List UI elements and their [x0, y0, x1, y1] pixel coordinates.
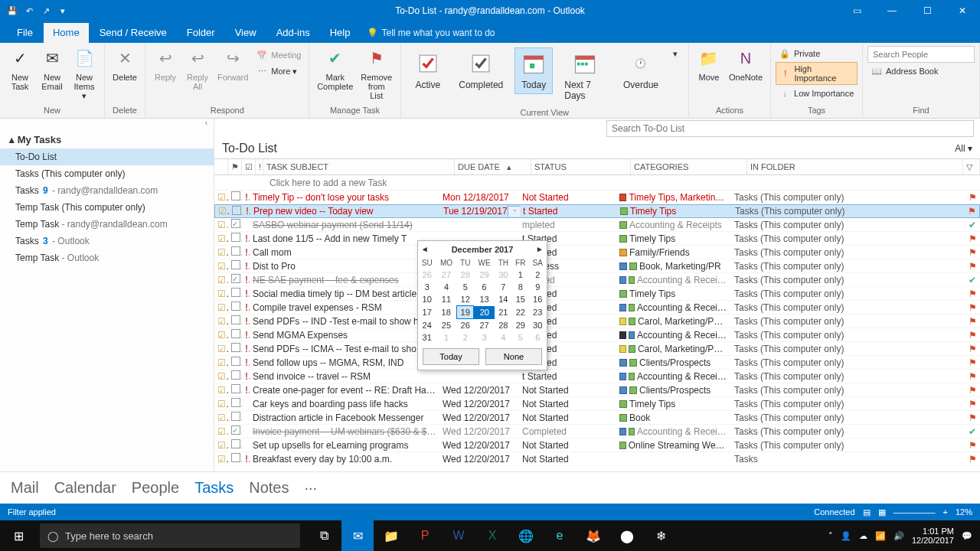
calendar-day[interactable]: 5: [457, 281, 474, 293]
qat-save-icon[interactable]: 💾: [6, 5, 18, 17]
nav-notes[interactable]: Notes: [249, 479, 289, 497]
qat-more-icon[interactable]: ▾: [57, 5, 69, 17]
ribbon-options-icon[interactable]: ▭: [839, 0, 874, 21]
calendar-day[interactable]: 15: [512, 293, 529, 306]
prev-month-icon[interactable]: ◂: [423, 244, 427, 254]
nav-calendar[interactable]: Calendar: [54, 479, 116, 497]
task-row[interactable]: ☑!NE SAE payment -- fee & expensesmplete…: [214, 273, 980, 287]
task-row[interactable]: ☑!Send invoice -- travel -- RSMt Started…: [214, 370, 980, 383]
tab-file[interactable]: File: [8, 23, 42, 43]
calendar-day[interactable]: 30: [495, 269, 511, 281]
task-row[interactable]: ☑!Breakfast every day by 10:00 a.m.Wed 1…: [214, 452, 980, 466]
tray-wifi-icon[interactable]: 📶: [875, 531, 886, 541]
delete-button[interactable]: ✕Delete: [109, 44, 140, 83]
calendar-day[interactable]: 31: [418, 331, 436, 344]
app-explorer-icon[interactable]: 📁: [375, 520, 407, 551]
calendar-day[interactable]: 22: [512, 306, 529, 319]
tray-cloud-icon[interactable]: ☁: [859, 531, 867, 541]
tab-view[interactable]: View: [226, 23, 266, 43]
nav-item[interactable]: Temp Task - Outlook: [0, 249, 214, 266]
calendar-day[interactable]: 30: [529, 319, 547, 332]
task-row[interactable]: ☑!Send follow ups -- MGMA, RSM, INDt Sta…: [214, 356, 980, 370]
column-headers[interactable]: ⚑☑! TASK SUBJECT DUE DATE ▴ STATUS CATEG…: [214, 158, 980, 175]
tell-me-search[interactable]: 💡 Tell me what you want to do: [367, 28, 495, 43]
app-misc1-icon[interactable]: ⬤: [611, 520, 643, 551]
task-row[interactable]: ☑!Send PDFs -- IND -Test e-mail to show …: [214, 315, 980, 328]
task-row[interactable]: ☑!Send PDFs -- ICMA -- Test e-mail to sh…: [214, 342, 980, 356]
remove-list-button[interactable]: ⚑Remove from List: [358, 44, 396, 102]
view-today[interactable]: Today: [514, 47, 553, 94]
task-row[interactable]: ☑Invoice payment -- UM webinars ($630 & …: [214, 425, 980, 439]
calendar-day[interactable]: 26: [457, 319, 474, 332]
dp-today-button[interactable]: Today: [423, 348, 479, 365]
calendar-day[interactable]: 6: [529, 331, 547, 344]
calendar-day[interactable]: 14: [495, 293, 511, 306]
taskbar-search[interactable]: ◯ Type here to search: [40, 523, 300, 548]
task-row[interactable]: ☑Distraction article in Facebook Messeng…: [214, 411, 980, 425]
calendar-day[interactable]: 2: [529, 269, 547, 281]
reply-button[interactable]: ↩Reply: [150, 44, 181, 83]
app-firefox-icon[interactable]: 🦊: [577, 520, 609, 551]
nav-item[interactable]: To-Do List: [0, 148, 214, 165]
address-book-button[interactable]: 📖Address Book: [867, 64, 975, 79]
search-people-input[interactable]: Search People: [867, 46, 975, 63]
new-task-button[interactable]: ✓New Task: [5, 44, 35, 93]
calendar-day[interactable]: 10: [418, 293, 436, 306]
calendar-day[interactable]: 8: [512, 281, 529, 293]
qat-undo-icon[interactable]: ↶: [23, 5, 35, 17]
tray-date[interactable]: 12/20/2017: [912, 536, 954, 545]
calendar-day[interactable]: 5: [512, 331, 529, 344]
high-importance-button[interactable]: !High Importance: [776, 62, 858, 85]
app-edge-icon[interactable]: e: [544, 520, 576, 551]
view-next7[interactable]: Next 7 Days: [557, 47, 612, 105]
calendar-day[interactable]: 12: [457, 293, 474, 306]
calendar-day[interactable]: 26: [418, 269, 436, 281]
task-row[interactable]: ☑!Timely Tip -- don't lose your tasksMon…: [214, 191, 980, 204]
task-row[interactable]: ☑!Create one-pager for event -- RE: Draf…: [214, 383, 980, 397]
low-importance-button[interactable]: ↓Low Importance: [776, 86, 858, 101]
add-task-row[interactable]: Click here to add a new Task: [214, 175, 980, 191]
reply-all-button[interactable]: ↩Reply All: [182, 44, 213, 93]
calendar-day[interactable]: 11: [436, 293, 456, 306]
collapse-nav-icon[interactable]: ‹: [0, 119, 214, 131]
calendar-day[interactable]: 27: [474, 319, 495, 332]
more-respond-button[interactable]: ⋯More ▾: [253, 64, 304, 79]
qat-send-icon[interactable]: ↗: [40, 5, 52, 17]
maximize-button[interactable]: ☐: [910, 0, 945, 21]
minimize-button[interactable]: —: [874, 0, 910, 21]
calendar-day[interactable]: 16: [529, 293, 547, 306]
calendar-day[interactable]: 27: [436, 269, 456, 281]
tab-home[interactable]: Home: [44, 23, 89, 43]
nav-item[interactable]: Tasks (This computer only): [0, 165, 214, 182]
task-row[interactable]: ☑!Call momt StartedFamily/FriendsTasks (…: [214, 246, 980, 259]
nav-tasks[interactable]: Tasks: [194, 479, 234, 497]
new-items-button[interactable]: 📄New Items ▾: [69, 44, 100, 102]
calendar-day[interactable]: 3: [474, 331, 495, 344]
calendar-day[interactable]: 17: [418, 306, 436, 319]
nav-header[interactable]: ▴ My Tasks: [0, 131, 214, 148]
filter-all-dropdown[interactable]: All ▾: [955, 143, 972, 154]
calendar-day[interactable]: 19: [457, 306, 474, 319]
calendar-day[interactable]: 9: [529, 281, 547, 293]
mark-complete-button[interactable]: ✔Mark Complete: [314, 44, 355, 93]
move-button[interactable]: 📁Move: [694, 44, 724, 83]
app-word-icon[interactable]: W: [443, 520, 475, 551]
view-overdue[interactable]: 🕐Overdue: [616, 47, 665, 94]
task-row[interactable]: ☑!Dist to ProProgressBook, Marketing/PRT…: [214, 259, 980, 273]
calendar-day[interactable]: 21: [495, 306, 511, 319]
tab-folder[interactable]: Folder: [178, 23, 224, 43]
calendar-day[interactable]: 28: [457, 269, 474, 281]
calendar-day[interactable]: 6: [474, 281, 495, 293]
task-row[interactable]: ☑!Social media timely tip -- DM best art…: [214, 287, 980, 301]
zoom-slider[interactable]: +: [943, 507, 948, 517]
nav-item[interactable]: Temp Task (This computer only): [0, 199, 214, 216]
meeting-button[interactable]: 📅Meeting: [253, 47, 304, 63]
start-button[interactable]: ⊞: [0, 520, 37, 551]
nav-item[interactable]: Tasks 3 - Outlook: [0, 233, 214, 249]
tray-up-icon[interactable]: ˄: [828, 531, 833, 541]
calendar-day[interactable]: 13: [474, 293, 495, 306]
app-misc2-icon[interactable]: ❄: [645, 520, 677, 551]
task-row[interactable]: ☑Car keys and boarding pass life hacksWe…: [214, 397, 980, 411]
tab-help[interactable]: Help: [321, 23, 360, 43]
calendar-day[interactable]: 24: [418, 319, 436, 332]
